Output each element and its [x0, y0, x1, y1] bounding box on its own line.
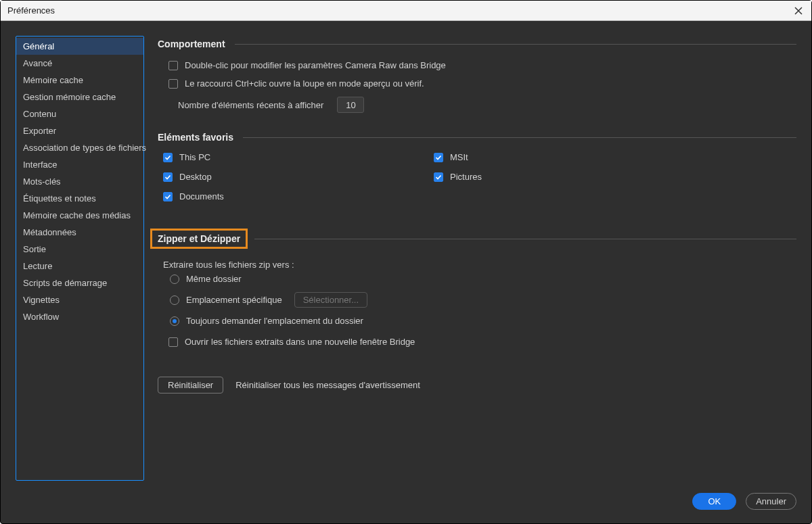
checkbox-icon[interactable] [163, 153, 173, 162]
checkbox-icon[interactable] [163, 172, 173, 182]
reset-button[interactable]: Réinitialiser [158, 377, 223, 394]
option-ctrlclick-loupe[interactable]: Le raccourci Ctrl+clic ouvre la loupe en… [158, 74, 796, 93]
favorites-grid: This PC MSIt Desktop Pictures Documents [158, 149, 796, 204]
sidebar-item-mots-cles[interactable]: Mots-clés [16, 173, 143, 190]
fav-desktop[interactable]: Desktop [163, 172, 434, 182]
checkbox-icon[interactable] [163, 192, 173, 201]
section-title: Comportement [158, 39, 235, 49]
fav-label: Documents [179, 191, 224, 201]
radio-always-ask[interactable]: Toujours demander l'emplacement du dossi… [164, 316, 796, 326]
sidebar-item-exporter[interactable]: Exporter [16, 122, 143, 139]
checkbox-icon[interactable] [434, 172, 443, 182]
checkbox-icon[interactable] [434, 153, 443, 162]
divider [254, 239, 796, 239]
sidebar-item-scripts[interactable]: Scripts de démarrage [16, 275, 143, 291]
titlebar: Préférences [1, 1, 811, 21]
section-title: Zipper et Dézipper [158, 233, 240, 244]
select-location-button: Sélectionner... [294, 292, 367, 308]
sidebar-item-filetypes[interactable]: Association de types de fichiers [16, 139, 143, 156]
radio-icon[interactable] [170, 275, 179, 284]
fav-pictures[interactable]: Pictures [434, 172, 637, 182]
sidebar-item-etiquettes[interactable]: Étiquettes et notes [16, 190, 143, 207]
option-label: Ouvrir les fichiers extraits dans une no… [185, 337, 415, 347]
checkbox-icon[interactable] [168, 79, 178, 89]
sidebar-item-gestion-memcache[interactable]: Gestion mémoire cache [16, 89, 143, 105]
sidebar-item-general[interactable]: Général [16, 38, 143, 55]
fav-label: This PC [179, 152, 210, 162]
sidebar-item-memcache-medias[interactable]: Mémoire cache des médias [16, 207, 143, 224]
fav-thispc[interactable]: This PC [163, 152, 434, 162]
window-title: Préférences [7, 5, 55, 16]
reset-label: Réinitialiser tous les messages d'averti… [235, 380, 420, 390]
option-label: Le raccourci Ctrl+clic ouvre la loupe en… [185, 78, 424, 89]
radio-label: Toujours demander l'emplacement du dossi… [186, 316, 363, 326]
reset-row: Réinitialiser Réinitialiser tous les mes… [158, 377, 796, 394]
sidebar-item-contenu[interactable]: Contenu [16, 105, 143, 122]
section-comportement: Comportement [158, 39, 796, 49]
option-label: Nombre d'éléments récents à afficher [178, 100, 323, 110]
fav-documents[interactable]: Documents [163, 191, 434, 201]
checkbox-icon[interactable] [168, 61, 178, 70]
recent-items-input[interactable]: 10 [337, 97, 364, 113]
highlight-box: Zipper et Dézipper [150, 229, 248, 249]
option-label: Double-clic pour modifier les paramètres… [185, 60, 446, 70]
radio-label: Même dossier [186, 274, 242, 284]
fav-label: Desktop [179, 172, 212, 182]
radio-icon[interactable] [170, 295, 179, 305]
radio-icon[interactable] [170, 316, 179, 326]
section-title: Eléments favoris [158, 132, 243, 143]
radio-label: Emplacement spécifique [186, 295, 282, 305]
divider [235, 44, 796, 45]
cancel-button[interactable]: Annuler [746, 493, 796, 510]
sidebar: Général Avancé Mémoire cache Gestion mém… [16, 36, 144, 481]
checkbox-icon[interactable] [168, 337, 178, 347]
fav-msit[interactable]: MSIt [434, 152, 637, 162]
ok-button[interactable]: OK [692, 493, 736, 510]
option-open-extracted[interactable]: Ouvrir les fichiers extraits dans une no… [158, 333, 796, 351]
sidebar-item-memcache[interactable]: Mémoire cache [16, 72, 143, 89]
fav-label: Pictures [450, 172, 482, 182]
option-doubleclick-raw[interactable]: Double-clic pour modifier les paramètres… [158, 56, 796, 74]
section-favoris: Eléments favoris [158, 132, 796, 143]
sidebar-item-vignettes[interactable]: Vignettes [16, 291, 143, 308]
preferences-window: Préférences Général Avancé Mémoire cache… [0, 0, 812, 524]
close-icon[interactable] [792, 5, 805, 17]
sidebar-item-metadonnees[interactable]: Métadonnées [16, 224, 143, 241]
sidebar-item-lecture[interactable]: Lecture [16, 258, 143, 275]
fav-label: MSIt [450, 152, 468, 162]
section-zip: Zipper et Dézipper [158, 229, 796, 249]
sidebar-item-interface[interactable]: Interface [16, 156, 143, 173]
extract-label: Extraire tous les fichiers zip vers : [158, 256, 796, 270]
sidebar-item-sortie[interactable]: Sortie [16, 241, 143, 258]
radio-same-folder[interactable]: Même dossier [164, 274, 796, 284]
radio-specific-location[interactable]: Emplacement spécifique Sélectionner... [164, 292, 796, 308]
option-recent-items: Nombre d'éléments récents à afficher 10 [158, 93, 796, 117]
footer: OK Annuler [1, 493, 811, 523]
sidebar-item-workflow[interactable]: Workflow [16, 308, 143, 325]
sidebar-item-avance[interactable]: Avancé [16, 55, 143, 72]
main-panel: Comportement Double-clic pour modifier l… [158, 36, 796, 481]
divider [243, 137, 796, 138]
